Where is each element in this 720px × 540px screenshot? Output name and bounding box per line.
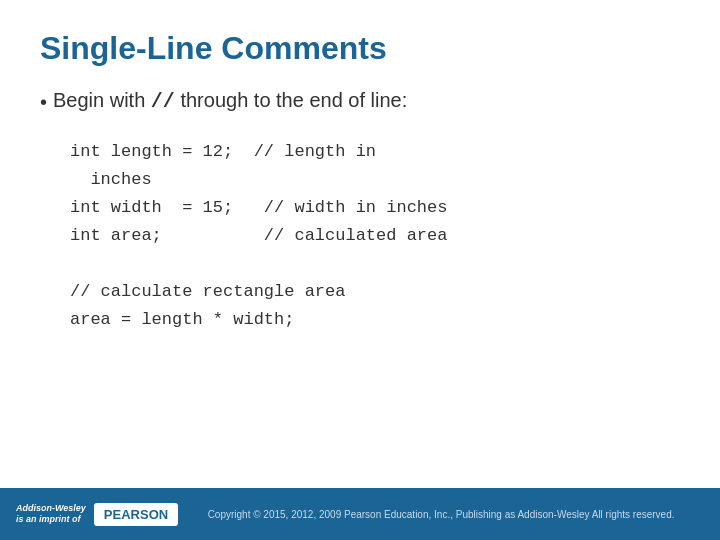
code-line-3: int width = 15; // width in inches — [70, 194, 680, 222]
code-line-6: // calculate rectangle area — [70, 278, 680, 306]
bullet-prefix: Begin with — [53, 89, 151, 111]
code-line-7: area = length * width; — [70, 306, 680, 334]
bullet-section: • Begin with // through to the end of li… — [40, 89, 680, 114]
slide-title: Single-Line Comments — [40, 30, 680, 67]
bullet-icon: • — [40, 91, 47, 114]
slide-container: Single-Line Comments • Begin with // thr… — [0, 0, 720, 540]
code-line-4: int area; // calculated area — [70, 222, 680, 250]
pearson-logo-area: Addison-Wesley is an imprint of PEARSON — [16, 503, 178, 526]
code-block: int length = 12; // length in inches int… — [70, 138, 680, 334]
bottom-bar: Addison-Wesley is an imprint of PEARSON … — [0, 488, 720, 540]
aw-line2: is an imprint of — [16, 514, 81, 525]
code-line-1: int length = 12; // length in — [70, 138, 680, 166]
pearson-badge: PEARSON — [94, 503, 178, 526]
aw-line1: Addison-Wesley — [16, 503, 86, 514]
code-line-5 — [70, 250, 680, 278]
bullet-suffix: through to the end of line: — [175, 89, 407, 111]
bullet-code-symbol: // — [151, 90, 175, 113]
aw-logo: Addison-Wesley is an imprint of — [16, 503, 86, 525]
code-line-2: inches — [70, 166, 680, 194]
bullet-text: Begin with // through to the end of line… — [53, 89, 407, 113]
copyright-text: Copyright © 2015, 2012, 2009 Pearson Edu… — [178, 509, 704, 520]
